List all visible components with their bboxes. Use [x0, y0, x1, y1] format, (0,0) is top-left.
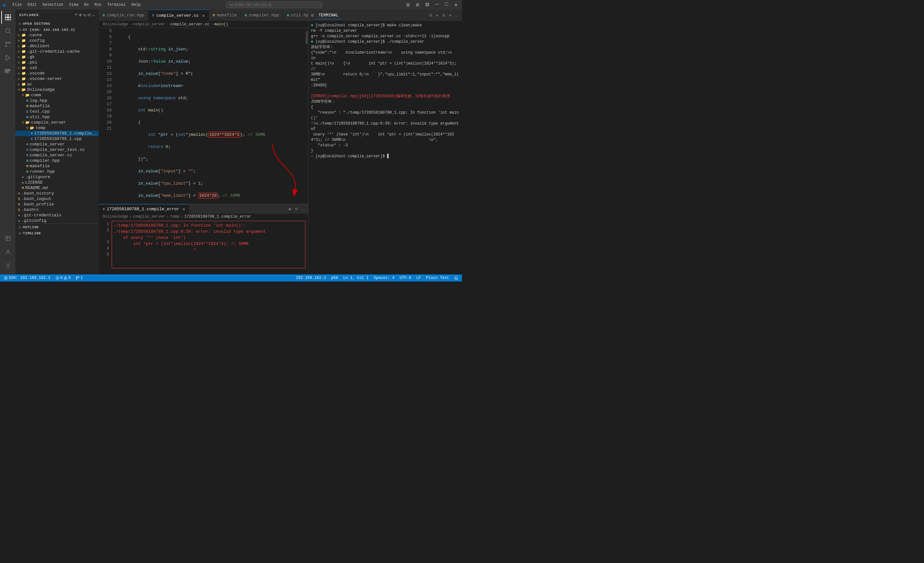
terminal-output[interactable]: ● [xy@localhost compile_server]$ make cl… [308, 21, 462, 275]
tree-item-ssh[interactable]: ▷ 📁 .ssh [15, 65, 99, 71]
menu-go[interactable]: Go [81, 2, 91, 8]
activity-account[interactable] [1, 246, 14, 258]
code-editor[interactable]: 5 6 7 8 9 10 11 12 13 14 15 16 1 [99, 28, 308, 275]
tree-item-makefile2[interactable]: M makefile [15, 164, 99, 169]
menu-help[interactable]: Help [129, 2, 143, 8]
tree-item-compile-bin[interactable]: ≡ compile_server [15, 141, 99, 147]
tree-item-bashrc[interactable]: $ .bashrc [15, 207, 99, 213]
status-notifications[interactable] [453, 276, 459, 280]
tree-item-gk[interactable]: ▷ 📁 .gk [15, 54, 99, 60]
breadcrumb-part-1[interactable]: OnlineJudge [103, 22, 128, 27]
tree-item-runner[interactable]: G runner.hpp [15, 169, 99, 174]
tree-item-bash-logout[interactable]: $ .bash_logout [15, 196, 99, 201]
tab-compile-run[interactable]: G compile_run.hpp [99, 10, 148, 21]
activity-remote[interactable] [1, 232, 14, 245]
tree-item-comm[interactable]: ▽ 📂 comm [15, 92, 99, 98]
breadcrumb-part-3[interactable]: compile_server.cc [170, 22, 209, 27]
tree-item-compile-error[interactable]: ≡ 1728558180788_1.compile_error [15, 131, 99, 136]
maximize-button[interactable]: □ [443, 1, 450, 9]
run-icon[interactable]: ▶ [288, 206, 293, 212]
tree-item-compile-cpp[interactable]: C 1728558180788_1.cpp [15, 136, 99, 141]
activity-debug[interactable] [1, 51, 14, 64]
menu-run[interactable]: Run [92, 2, 104, 8]
tree-item-cache[interactable]: ▷ 📁 .cache [15, 32, 99, 38]
tree-item-compiler-hpp[interactable]: G compiler.hpp [15, 158, 99, 164]
refresh-icon[interactable]: ↻ [83, 12, 86, 18]
title-search-input[interactable] [226, 2, 322, 8]
tree-item-temp[interactable]: ▽ 📂 temp [15, 125, 99, 131]
tab-close-compile-server[interactable]: ✕ [202, 13, 205, 18]
tab-util-hpp[interactable]: G util.hpp [283, 10, 308, 21]
tree-item-git-credentials[interactable]: ◈ .git-credentials [15, 213, 99, 218]
menu-file[interactable]: File [10, 2, 24, 8]
terminal-kill-icon[interactable]: ✕ [434, 12, 440, 19]
status-language[interactable]: Plain Text [425, 276, 450, 280]
tab-compiler-hpp[interactable]: G compiler.hpp [241, 10, 283, 21]
layout-icon-3[interactable]: ⧉ [423, 1, 431, 9]
tree-item-bash-profile[interactable]: $ .bash_profile [15, 201, 99, 207]
menu-edit[interactable]: Edit [25, 2, 39, 8]
tree-item-readme[interactable]: M README.md [15, 185, 99, 191]
status-line-ending[interactable]: LF [415, 276, 422, 280]
tree-item-compile-test[interactable]: C compile_server_test.cc [15, 147, 99, 152]
ce-bc-1[interactable]: OnlineJudge [103, 215, 128, 219]
status-encoding[interactable]: UTF-8 [399, 276, 412, 280]
open-editors-section[interactable]: ▷OPEN EDITORS [15, 20, 99, 26]
tree-item-compile-server-folder[interactable]: ▽ 📂 compile_server [15, 120, 99, 125]
menu-view[interactable]: View [66, 2, 81, 8]
status-server[interactable]: 192.168.182.3 [294, 276, 327, 280]
terminal-tab-terminal[interactable]: TERMINAL [315, 12, 342, 19]
breadcrumb-part-2[interactable]: compile_server [133, 22, 165, 27]
terminal-close-icon[interactable]: ✕ [448, 12, 453, 19]
tree-item-vscode-server[interactable]: ▷ 📁 .vscode-server [15, 76, 99, 81]
tree-item-dbclient[interactable]: ▷ 📁 .dbclient [15, 44, 99, 49]
menu-terminal[interactable]: Terminal [105, 2, 128, 8]
close-compile-error-tab[interactable]: ✕ [183, 206, 185, 212]
tree-item-compile-server-cc[interactable]: C compile_server.cc [15, 152, 99, 158]
tree-item-git-cred[interactable]: ▷ 📁 .git-credential-cache [15, 49, 99, 54]
layout-icon-2[interactable]: ⊡ [414, 1, 421, 9]
outline-label[interactable]: ▷OUTLINE [15, 224, 99, 230]
layout-icon-1[interactable]: ⊟ [405, 1, 412, 9]
activity-extensions[interactable] [1, 65, 14, 78]
timeline-label[interactable]: ▷TIMELINE [15, 230, 99, 236]
close-button[interactable]: ✕ [452, 1, 459, 9]
tree-item-makefile1[interactable]: M makefile [15, 104, 99, 109]
tree-item-ac[interactable]: ▷ 📁 ac [15, 81, 99, 87]
activity-git[interactable] [1, 38, 14, 51]
status-port[interactable]: p50 [330, 276, 339, 280]
status-errors[interactable]: 0 0 [54, 276, 72, 280]
tree-item-pki[interactable]: ▷ 📁 .pki [15, 60, 99, 65]
terminal-more-icon[interactable]: … [454, 12, 459, 19]
tab-makefile[interactable]: M makefile [209, 10, 241, 21]
tree-item-test[interactable]: C test.cpp [15, 109, 99, 114]
ce-bc-3[interactable]: temp [170, 215, 179, 219]
terminal-maximize-icon[interactable]: ⊡ [441, 12, 446, 19]
status-git[interactable]: 1 [74, 276, 84, 280]
ce-bc-2[interactable]: compile_server [133, 215, 165, 219]
collapse-icon[interactable]: ⊟ [88, 12, 90, 18]
compile-error-tab[interactable]: ≡ 1728558180788_1.compile_error ✕ [99, 204, 189, 214]
more-icon[interactable]: … [92, 12, 95, 18]
tree-item-gitignore[interactable]: ◈ .gitignore [15, 174, 99, 180]
status-spaces[interactable]: Spaces: 4 [372, 276, 396, 280]
tab-compile-server[interactable]: C compile_server.cc ✕ [148, 10, 209, 21]
terminal-split-icon[interactable]: ⊟ [428, 12, 433, 19]
activity-explorer[interactable] [1, 11, 14, 24]
menu-selection[interactable]: Selection [40, 2, 66, 8]
status-remote[interactable]: SSH: 192.168.182.3 [3, 276, 52, 280]
workspace-section[interactable]: ▽XY [SSH: 192.168.182.3] [15, 26, 99, 32]
split-editor-icon[interactable]: ⊟ [294, 206, 299, 212]
tree-item-util[interactable]: G util.hpp [15, 114, 99, 120]
activity-settings[interactable] [1, 259, 14, 272]
tree-item-onlinejudge[interactable]: ▽ 📂 OnlineJudge [15, 87, 99, 92]
ce-bc-4[interactable]: 1728558180788_1.compile_error [184, 215, 251, 219]
terminal-new-icon[interactable]: ⊕ [311, 12, 314, 19]
tree-item-vscode[interactable]: ▷ 📁 .vscode [15, 71, 99, 76]
breadcrumb-part-4[interactable]: main() [214, 22, 228, 27]
tree-item-bash-history[interactable]: ≡ .bash_history [15, 191, 99, 196]
tree-item-license[interactable]: ⚖ LICENSE [15, 180, 99, 185]
new-folder-icon[interactable]: ⊕ [79, 12, 82, 18]
new-file-icon[interactable]: + [75, 12, 78, 18]
activity-search[interactable] [1, 24, 14, 37]
